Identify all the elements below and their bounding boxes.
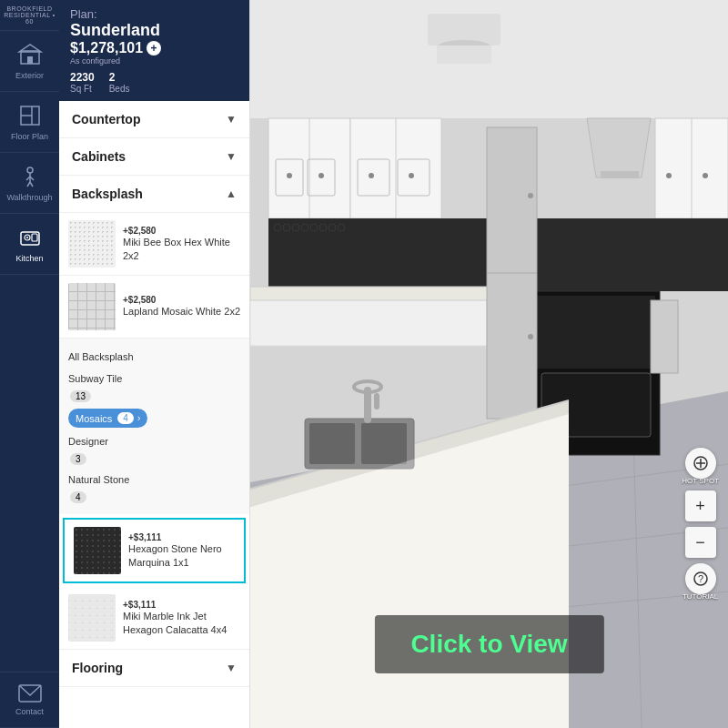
tile-price-2: +$2,580 [123, 295, 240, 305]
nav-item-contact[interactable]: Contact [0, 672, 59, 728]
svg-point-14 [26, 237, 28, 238]
tile-info-4: +$3,111 Miki Marble Ink Jet Hexagon Cala… [123, 600, 240, 636]
tutorial-button[interactable]: ? [685, 563, 716, 594]
backsplash-section-header[interactable]: Backsplash ▲ [59, 176, 249, 213]
tile-card-selected[interactable]: +$3,111 Hexagon Stone Nero Marquina 1x1 [63, 518, 246, 583]
filter-subway-label: Subway Tile [68, 370, 240, 387]
svg-rect-29 [437, 46, 491, 64]
tile-thumb-4 [68, 594, 116, 642]
filter-designer[interactable]: Designer 3 [68, 430, 240, 469]
cabinets-label: Cabinets [72, 149, 126, 164]
filter-all[interactable]: All Backsplash [68, 346, 240, 368]
svg-point-46 [666, 173, 672, 178]
zoom-out-button[interactable]: − [685, 527, 716, 558]
filter-designer-label: Designer [68, 433, 240, 450]
nav-item-exterior[interactable]: Exterior [0, 31, 59, 92]
countertop-section-header[interactable]: Countertop ▼ [59, 101, 249, 138]
plan-stats: 2230 Sq Ft 2 Beds [70, 71, 238, 94]
nav-item-floorplan[interactable]: Floor Plan [0, 92, 59, 153]
price-plus-icon[interactable]: + [147, 41, 161, 56]
plan-price: $1,278,101 + [70, 40, 238, 56]
tutorial-label: TUTORIAL [682, 592, 718, 601]
svg-line-11 [30, 182, 33, 187]
svg-rect-76 [374, 393, 379, 410]
filter-subway-count: 13 [70, 390, 91, 402]
filter-mosaics[interactable]: Mosaics 4 › [68, 406, 240, 430]
svg-marker-42 [587, 118, 651, 177]
hotspot-icon [693, 455, 709, 471]
tile-price-selected: +$3,111 [128, 532, 235, 542]
plan-sub: As configured [70, 56, 238, 66]
nav-item-walkthrough[interactable]: Walkthrough [0, 153, 59, 214]
panel-header: Plan: Sunderland $1,278,101 + As configu… [59, 0, 249, 101]
filter-natural-label: Natural Stone [68, 471, 240, 488]
zoom-in-button[interactable]: + [685, 490, 716, 521]
plan-label: Plan: [70, 7, 238, 21]
backsplash-label: Backsplash [72, 187, 143, 201]
tile-info-1: +$2,580 Miki Bee Box Hex White 2x2 [123, 226, 240, 262]
tile-info-selected: +$3,111 Hexagon Stone Nero Marquina 1x1 [128, 532, 235, 569]
svg-point-67 [528, 334, 533, 339]
kitchen-icon [17, 225, 43, 250]
cabinets-section-header[interactable]: Cabinets ▼ [59, 138, 249, 176]
building-icon [17, 42, 43, 67]
svg-point-41 [409, 173, 414, 178]
svg-point-35 [318, 173, 324, 178]
tile-card-2[interactable]: +$2,580 Lapland Mosaic White 2x2 [59, 276, 249, 339]
nav-item-kitchen[interactable]: Kitchen [0, 214, 59, 275]
svg-rect-15 [32, 234, 37, 241]
floorplan-icon [17, 103, 43, 128]
tile-info-2: +$2,580 Lapland Mosaic White 2x2 [123, 295, 240, 318]
beds-value: 2 [109, 71, 130, 84]
cabinets-arrow-icon: ▼ [226, 150, 237, 163]
brand-number: 60 [25, 18, 34, 25]
hotspot-label: HOT SPOT [682, 477, 719, 485]
tile-card-4[interactable]: +$3,111 Miki Marble Ink Jet Hexagon Cala… [59, 587, 249, 650]
click-to-view-button[interactable]: Click to View [374, 615, 603, 673]
filter-natural[interactable]: Natural Stone 4 [68, 469, 240, 507]
filter-subway[interactable]: Subway Tile 13 [68, 368, 240, 406]
tile-thumb-1 [68, 220, 116, 268]
svg-rect-2 [27, 56, 33, 64]
tile-name-selected: Hexagon Stone Nero Marquina 1x1 [128, 542, 235, 569]
flooring-section-header[interactable]: Flooring ▼ [59, 650, 249, 687]
tile-card-1[interactable]: +$2,580 Miki Bee Box Hex White 2x2 [59, 213, 249, 276]
left-navigation: BROOKFIELD RESIDENTIAL • 60 Exterior Flo… [0, 0, 59, 728]
zoom-out-icon: − [695, 533, 705, 552]
tile-name-4: Miki Marble Ink Jet Hexagon Calacatta 4x… [123, 610, 240, 636]
svg-text:?: ? [698, 573, 703, 584]
svg-rect-59 [250, 287, 491, 300]
backsplash-filters: All Backsplash Subway Tile 13 Mosaics 4 … [59, 339, 249, 514]
backsplash-section: Backsplash ▲ +$2,580 Miki Bee Box Hex Wh… [59, 176, 249, 650]
sqft-label: Sq Ft [70, 84, 95, 94]
hotspot-button[interactable] [685, 448, 716, 479]
tile-price-1: +$2,580 [123, 226, 240, 236]
svg-point-6 [27, 167, 33, 173]
flooring-arrow-icon: ▼ [226, 662, 237, 674]
filter-all-label: All Backsplash [68, 349, 240, 365]
svg-rect-62 [651, 300, 678, 373]
tile-thumb-selected [74, 527, 121, 574]
tutorial-control: ? TUTORIAL [682, 563, 718, 601]
svg-rect-43 [601, 171, 639, 178]
options-panel: Plan: Sunderland $1,278,101 + As configu… [59, 0, 250, 728]
svg-rect-57 [532, 218, 728, 291]
stat-beds: 2 Beds [109, 71, 130, 94]
main-3d-view[interactable]: Click to View HOT SPOT + − ? [250, 0, 728, 728]
nav-kitchen-label: Kitchen [15, 254, 43, 263]
tile-name-1: Miki Bee Box Hex White 2x2 [123, 236, 240, 262]
contact-icon [17, 683, 43, 703]
tile-thumb-2 [68, 283, 116, 330]
svg-point-47 [703, 173, 708, 178]
svg-rect-61 [537, 296, 655, 369]
brand-header: BROOKFIELD RESIDENTIAL • 60 [0, 0, 59, 31]
filter-natural-count: 4 [70, 491, 86, 503]
svg-point-34 [287, 173, 292, 178]
tile-price-4: +$3,111 [123, 600, 240, 610]
flooring-label: Flooring [72, 661, 123, 675]
beds-label: Beds [109, 84, 130, 94]
sqft-value: 2230 [70, 71, 95, 84]
tile-name-2: Lapland Mosaic White 2x2 [123, 305, 240, 318]
filter-designer-count: 3 [70, 453, 86, 465]
backsplash-arrow-icon: ▲ [226, 187, 237, 200]
